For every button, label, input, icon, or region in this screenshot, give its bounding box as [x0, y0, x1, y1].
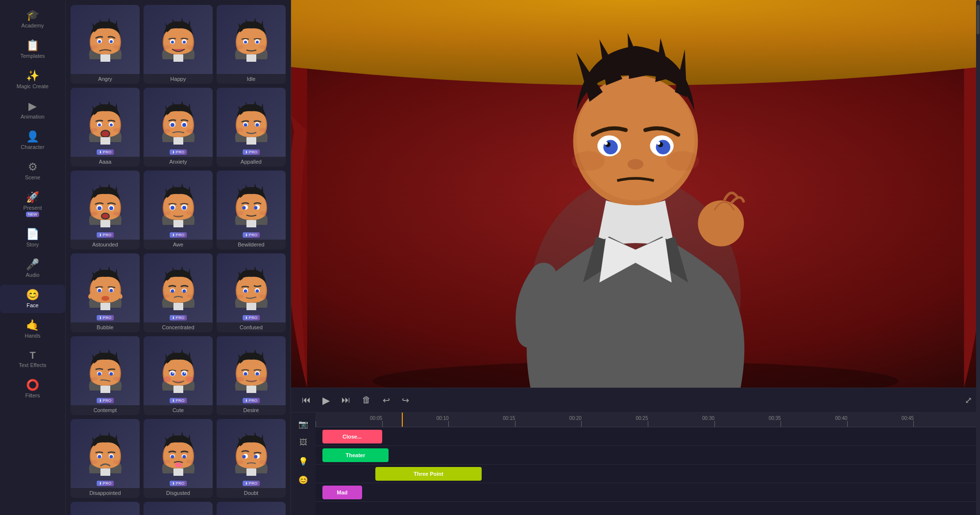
track-clip-theater[interactable]: Theater	[322, 448, 389, 462]
face-item-disappointed[interactable]: PRO Disappointed	[71, 419, 140, 498]
svg-point-117	[98, 372, 101, 375]
svg-point-65	[113, 212, 120, 216]
delete-button[interactable]: 🗑	[359, 393, 374, 407]
svg-point-82	[237, 211, 244, 215]
track-clip-mad[interactable]: Mad	[322, 486, 362, 499]
sidebar-item-animation[interactable]: ▶ Animation	[0, 96, 65, 124]
face-item-angry[interactable]: Angry	[71, 5, 140, 84]
svg-point-80	[242, 206, 245, 209]
face-item-idle[interactable]: Idle	[217, 5, 286, 84]
face-item-awe[interactable]: PRO Awe	[144, 171, 213, 249]
svg-point-31	[98, 123, 101, 126]
face-label-cute: Cute	[172, 405, 185, 415]
redo-button[interactable]: ↪	[399, 393, 412, 408]
svg-point-131	[186, 376, 194, 382]
track-row-face: Mad	[316, 483, 980, 502]
pro-badge: PRO	[243, 481, 260, 486]
svg-point-90	[109, 289, 113, 292]
svg-point-53	[237, 128, 244, 132]
face-item-bewildered[interactable]: PRO Bewildered	[217, 171, 286, 249]
expand-button[interactable]: ⤢	[965, 395, 972, 406]
skip-to-start-button[interactable]: ⏮	[299, 393, 314, 407]
face-thumb-more1: PRO	[71, 502, 140, 515]
time-label-10: 00:10	[437, 416, 449, 421]
sidebar-item-face[interactable]: 😊 Face	[0, 285, 65, 313]
face-item-doubt[interactable]: PRO Doubt	[217, 419, 286, 498]
svg-point-165	[242, 455, 245, 458]
undo-button[interactable]: ↩	[380, 393, 393, 408]
face-item-concentrated[interactable]: PRO Concentrated	[144, 253, 213, 332]
face-item-cute[interactable]: PRO Cute	[144, 336, 213, 415]
face-thumb-anxiety: PRO	[144, 88, 213, 157]
face-item-aaaa[interactable]: PRO Aaaa	[71, 88, 140, 167]
time-label-25: 00:25	[636, 416, 648, 421]
svg-point-15	[164, 45, 171, 49]
skip-to-end-button[interactable]: ⏭	[339, 393, 353, 407]
svg-point-32	[110, 123, 113, 126]
face-label-bewildered: Bewildered	[237, 240, 265, 249]
sidebar-item-magic-create[interactable]: ✨ Magic Create	[0, 66, 65, 94]
svg-point-148	[91, 460, 98, 464]
face-item-anxiety[interactable]: PRO Anxiety	[144, 88, 213, 167]
svg-point-110	[237, 294, 244, 298]
face-item-happy[interactable]: Happy	[144, 5, 213, 84]
face-item-more2[interactable]: PRO	[144, 502, 213, 515]
sidebar-item-label: Present	[24, 205, 42, 211]
track-clip-threepoint[interactable]: Three Point	[375, 467, 482, 481]
sidebar-item-label: Templates	[20, 53, 45, 59]
story-icon: 📄	[26, 229, 39, 240]
sidebar-item-character[interactable]: 👤 Character	[0, 126, 65, 155]
face-item-confused[interactable]: PRO Confused	[217, 253, 286, 332]
face-item-more3[interactable]: PRO	[217, 502, 286, 515]
face-label-doubt: Doubt	[243, 488, 259, 498]
svg-point-155	[171, 455, 174, 458]
svg-point-42	[171, 123, 174, 127]
present-new-badge: NEW	[26, 212, 39, 217]
face-thumb-appalled: PRO	[217, 88, 286, 157]
svg-point-101	[164, 294, 170, 297]
face-item-disgusted[interactable]: PRO Disgusted	[144, 419, 213, 498]
svg-point-138	[255, 372, 259, 375]
sidebar-item-templates[interactable]: 📋 Templates	[0, 35, 65, 64]
svg-point-36	[113, 128, 120, 132]
svg-point-146	[98, 455, 101, 458]
sidebar-item-label: Magic Create	[17, 83, 49, 89]
timeline-scrollbar[interactable]	[976, 413, 980, 515]
svg-rect-112	[246, 303, 256, 310]
pro-badge: PRO	[97, 149, 114, 155]
clip-label-mad: Mad	[337, 490, 347, 495]
track-clip-close[interactable]: Close...	[322, 430, 382, 443]
face-item-bubble[interactable]: PRO Bubble	[71, 253, 140, 332]
sidebar-item-text-effects[interactable]: T Text Effects	[0, 345, 65, 373]
svg-rect-66	[100, 220, 110, 227]
sidebar-item-hands[interactable]: 🤙 Hands	[0, 315, 65, 343]
svg-rect-141	[246, 386, 256, 393]
timeline-ruler[interactable]: 00:00 00:05 00:10 00:15	[316, 413, 980, 427]
sidebar-item-present[interactable]: 🚀 Present NEW	[0, 187, 65, 222]
time-label-45: 00:45	[902, 416, 914, 421]
face-item-more1[interactable]: PRO	[71, 502, 140, 515]
sidebar-item-academy[interactable]: 🎓 Academy	[0, 5, 65, 33]
svg-point-118	[109, 372, 113, 375]
svg-point-16	[186, 45, 193, 49]
face-item-astounded[interactable]: PRO Astounded	[71, 171, 140, 249]
track-icon-light: 💡	[291, 452, 316, 470]
face-thumb-bewildered: PRO	[217, 171, 286, 240]
svg-point-7	[113, 45, 120, 49]
sidebar-item-scene[interactable]: ⚙ Scene	[0, 157, 65, 185]
sidebar-item-story[interactable]: 📄 Story	[0, 224, 65, 252]
play-button[interactable]: ▶	[319, 392, 333, 408]
sidebar: 🎓 Academy 📋 Templates ✨ Magic Create ▶ A…	[0, 0, 66, 515]
playhead[interactable]: 00:11:25	[402, 413, 403, 427]
time-label-30: 00:30	[702, 416, 714, 421]
face-thumb-more2: PRO	[144, 502, 213, 515]
preview-canvas	[291, 0, 980, 388]
sidebar-item-filters[interactable]: ⭕ Filters	[0, 375, 65, 403]
face-item-appalled[interactable]: PRO Appalled	[217, 88, 286, 167]
face-item-contempt[interactable]: PRO Contempt	[71, 336, 140, 415]
face-item-desire[interactable]: PRO Desire	[217, 336, 286, 415]
svg-point-74	[186, 211, 193, 215]
sidebar-item-label: Character	[21, 144, 44, 150]
sidebar-item-audio[interactable]: 🎤 Audio	[0, 254, 65, 283]
svg-rect-84	[246, 220, 256, 227]
